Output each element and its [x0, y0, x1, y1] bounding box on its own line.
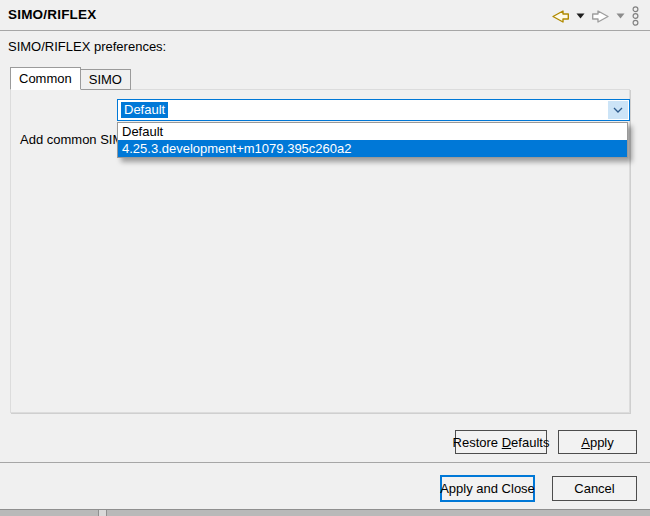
page-title: SIMO/RIFLEX [8, 7, 96, 22]
tab-bar: Common SIMO [10, 67, 131, 90]
apply-button[interactable]: Apply [558, 430, 637, 454]
cancel-button[interactable]: Cancel [552, 476, 637, 501]
nav-toolbar [551, 6, 640, 26]
window-bottom-edge [0, 509, 650, 516]
version-dropdown-list: Default 4.25.3.development+m1079.395c260… [117, 122, 628, 158]
apply-and-close-button[interactable]: Apply and Close [440, 475, 535, 502]
restore-defaults-mnemonic: D [502, 435, 511, 450]
dropdown-option-default[interactable]: Default [118, 123, 627, 140]
tab-simo[interactable]: SIMO [81, 69, 131, 90]
back-history-caret-icon[interactable] [576, 6, 585, 26]
back-arrow-icon[interactable] [551, 6, 570, 26]
apply-mnemonic: A [581, 435, 590, 450]
add-common-label: Add common SIM [20, 132, 123, 147]
dropdown-option-dev-version[interactable]: 4.25.3.development+m1079.395c260a2 [118, 140, 627, 157]
preferences-subtitle: SIMO/RIFLEX preferences: [8, 39, 166, 54]
restore-defaults-button[interactable]: Restore Defaults [455, 430, 547, 454]
tab-common[interactable]: Common [10, 67, 81, 90]
header-divider [0, 30, 650, 31]
combo-dropdown-button[interactable] [608, 101, 628, 119]
restore-defaults-label-rest: efaults [511, 435, 549, 450]
apply-label-rest: pply [590, 435, 614, 450]
page-header: SIMO/RIFLEX [0, 0, 650, 30]
view-menu-icon[interactable] [631, 6, 640, 26]
combo-selected-text: Default [121, 102, 168, 118]
version-combobox[interactable]: Default [117, 99, 630, 121]
footer-divider [0, 462, 650, 463]
forward-history-caret-icon[interactable] [616, 6, 625, 26]
sash-handle[interactable] [98, 510, 107, 516]
forward-arrow-icon[interactable] [591, 6, 610, 26]
restore-defaults-label: Restore [453, 435, 502, 450]
